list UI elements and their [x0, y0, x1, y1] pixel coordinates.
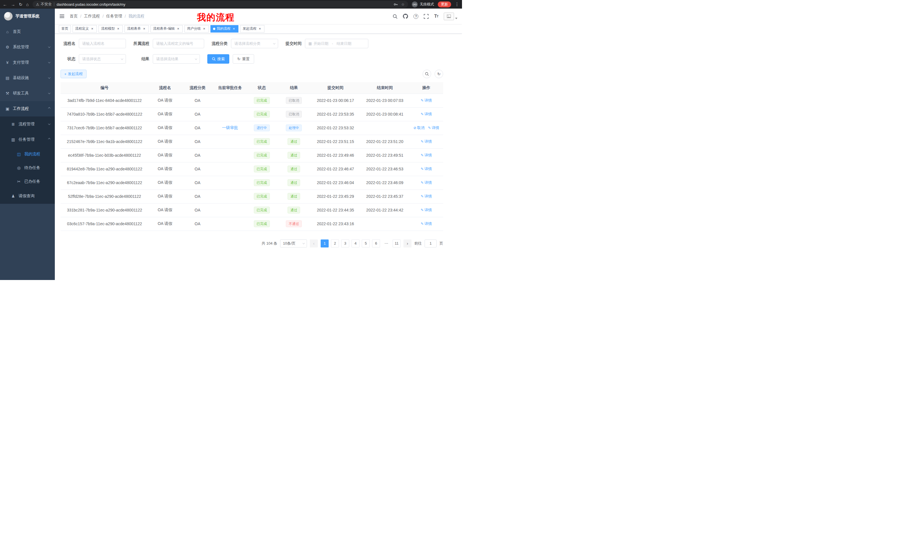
sidebar-item-my-process[interactable]: ◫ 我的流程 — [0, 147, 55, 161]
result-select[interactable]: 请选择流结果 — [153, 54, 200, 64]
chevron-down-icon — [48, 91, 50, 94]
refresh-icon: ↻ — [237, 57, 240, 61]
sidebar-item-leave-query[interactable]: ♟ 请假查询 — [0, 189, 55, 204]
page-size-select[interactable]: 10条/页 — [280, 240, 307, 247]
close-icon[interactable]: × — [176, 27, 180, 31]
detail-action-link[interactable]: ✎详情 — [421, 194, 432, 199]
cell-result: 处理中 — [277, 121, 310, 135]
tab-start-process[interactable]: 发起流程× — [240, 25, 264, 33]
detail-action-link[interactable]: ✎详情 — [421, 112, 432, 117]
reset-button-label: 重置 — [242, 57, 249, 61]
search-icon[interactable] — [393, 14, 398, 19]
page-button-5[interactable]: 5 — [362, 240, 370, 247]
breadcrumb-home[interactable]: 首页 — [70, 14, 78, 19]
process-name-input[interactable] — [79, 39, 126, 48]
breadcrumb-task-management[interactable]: 任务管理 — [106, 14, 122, 19]
tab-process-model[interactable]: 流程模型× — [99, 25, 123, 33]
pager-ellipsis[interactable]: ⋯ — [382, 240, 390, 247]
bookmark-star-icon[interactable]: ☆ — [401, 2, 405, 7]
detail-action-link[interactable]: ✎详情 — [421, 166, 432, 172]
sidebar-item-task-management[interactable]: ▥ 任务管理 — [0, 132, 55, 147]
chevron-down-icon — [48, 76, 50, 78]
close-icon[interactable]: × — [142, 27, 146, 31]
detail-action-link[interactable]: ✎详情 — [421, 153, 432, 158]
page-button-1[interactable]: 1 — [321, 240, 328, 247]
close-icon[interactable]: × — [258, 27, 262, 31]
submit-time-range-picker[interactable]: ▦ 开始日期 - 结束日期 — [305, 39, 368, 48]
reload-icon[interactable]: ↻ — [19, 2, 22, 7]
back-icon[interactable]: ← — [3, 2, 7, 7]
page-button-6[interactable]: 6 — [372, 240, 380, 247]
fullscreen-icon[interactable] — [424, 14, 429, 19]
tab-process-form-edit[interactable]: 流程表单-编辑× — [150, 25, 183, 33]
home-nav-icon[interactable]: ⌂ — [26, 2, 29, 7]
tab-label: 流程定义 — [75, 26, 89, 31]
prev-page-button[interactable]: ‹ — [310, 240, 318, 247]
close-icon[interactable]: × — [232, 27, 236, 31]
browser-menu-icon[interactable]: ⋮ — [455, 2, 459, 7]
cell-status: 进行中 — [246, 121, 277, 135]
cancel-action-link[interactable]: ⊘取消 — [414, 125, 424, 130]
hamburger-icon[interactable] — [59, 14, 64, 18]
table-search-button[interactable] — [423, 70, 431, 78]
sidebar-item-process-management[interactable]: ≣ 流程管理 — [0, 117, 55, 132]
sidebar-item-todo-tasks[interactable]: ◎ 待办任务 — [0, 161, 55, 175]
next-page-button[interactable]: › — [404, 240, 411, 247]
caret-down-icon — [455, 18, 458, 19]
close-icon[interactable]: × — [90, 27, 94, 31]
table-refresh-button[interactable]: ↻ — [435, 70, 443, 78]
sidebar-item-done-tasks[interactable]: ✂ 已办任务 — [0, 175, 55, 189]
page-button-4[interactable]: 4 — [351, 240, 360, 247]
sidebar-item-devtools[interactable]: ⚒ 研发工具 — [0, 85, 55, 101]
tab-process-form[interactable]: 流程表单× — [124, 25, 149, 33]
sidebar-item-home[interactable]: ⌂ 首页 — [0, 24, 55, 39]
url-bar[interactable]: ⚠ 不安全 dashboard.yudao.iocoder.cn/bpm/tas… — [33, 1, 408, 8]
detail-action-link[interactable]: ✎详情 — [428, 125, 439, 130]
category-select[interactable]: 请选择流程分类 — [231, 39, 278, 48]
sidebar-item-workflow[interactable]: ▣ 工作流程 — [0, 101, 55, 117]
result-tag: 通过 — [288, 207, 300, 214]
detail-action-link[interactable]: ✎详情 — [421, 139, 432, 144]
detail-action-link[interactable]: ✎详情 — [421, 221, 432, 226]
page-button-3[interactable]: 3 — [341, 240, 349, 247]
cell-id: 2152467e-7b9b-11ec-9a1b-acde48001122 — [60, 135, 148, 148]
detail-action-link[interactable]: ✎详情 — [421, 98, 432, 103]
cell-submit-time: 2022-01-22 23:45:29 — [310, 190, 360, 203]
detail-action-link[interactable]: ✎详情 — [421, 208, 432, 213]
breadcrumb-workflow[interactable]: 工作流程 — [84, 14, 100, 19]
chat-bubble-icon: ◫ — [16, 152, 21, 156]
github-icon[interactable] — [403, 14, 408, 19]
page-button-11[interactable]: 11 — [393, 240, 400, 247]
security-chip[interactable]: ⚠ 不安全 — [36, 2, 52, 7]
user-avatar[interactable] — [444, 13, 458, 20]
close-icon[interactable]: × — [202, 27, 206, 31]
current-task-link[interactable]: 一级审批 — [222, 125, 238, 130]
sidebar-item-payment[interactable]: ¥ 支付管理 — [0, 55, 55, 70]
tab-user-group[interactable]: 用户分组× — [184, 25, 209, 33]
font-size-icon[interactable]: TT — [434, 14, 438, 19]
create-process-button[interactable]: + 发起流程 — [60, 70, 87, 78]
help-icon[interactable]: ? — [414, 14, 418, 19]
search-button[interactable]: 搜索 — [207, 54, 229, 64]
sidebar-item-system[interactable]: ⚙ 系统管理 — [0, 39, 55, 55]
tab-process-definition[interactable]: 流程定义× — [72, 25, 97, 33]
key-icon[interactable] — [393, 2, 398, 7]
browser-update-button[interactable]: 更新 — [438, 1, 451, 7]
cell-category: OA — [182, 162, 214, 176]
cell-submit-time: 2022-01-22 23:53:35 — [310, 107, 360, 121]
goto-page-input[interactable] — [424, 240, 436, 247]
sidebar-item-label: 流程管理 — [18, 121, 34, 127]
close-icon[interactable]: × — [116, 27, 120, 31]
cell-status: 已完成 — [246, 135, 277, 148]
chevron-up-icon — [48, 107, 50, 109]
page-button-2[interactable]: 2 — [331, 240, 339, 247]
tab-home[interactable]: 首页 — [59, 25, 71, 33]
cell-current-task — [214, 107, 246, 121]
owner-process-input[interactable] — [153, 39, 204, 48]
reset-button[interactable]: ↻ 重置 — [233, 54, 254, 64]
sidebar-item-infrastructure[interactable]: ▤ 基础设施 — [0, 70, 55, 85]
tab-my-process[interactable]: 我的流程× — [210, 25, 238, 33]
status-select[interactable]: 请选择状态 — [79, 54, 126, 64]
forward-icon[interactable]: → — [11, 2, 15, 7]
detail-action-link[interactable]: ✎详情 — [421, 180, 432, 185]
